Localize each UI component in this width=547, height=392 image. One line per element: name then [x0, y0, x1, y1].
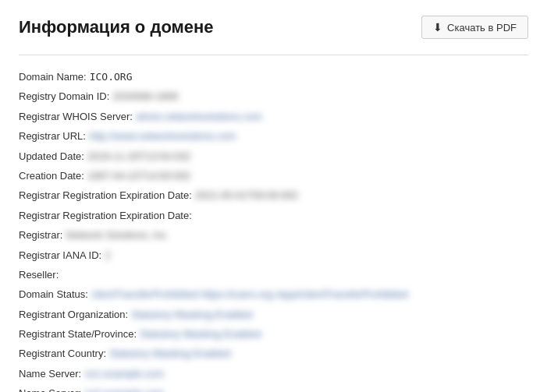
whois-value: 2034566-1808: [112, 87, 178, 105]
whois-row: Updated Date: 2019-11-20T13:54:032: [19, 147, 528, 165]
page-title: Информация о домене: [19, 17, 214, 37]
whois-value: http://www.networksolutions.com: [89, 127, 236, 145]
whois-label: Registrar Registration Expiration Date:: [19, 186, 192, 204]
whois-value: ns1.example.com: [84, 365, 164, 383]
download-pdf-button[interactable]: ⬇ Скачать в PDF: [421, 16, 528, 39]
whois-value: 2019-11-20T13:54:032: [87, 147, 190, 165]
whois-row: Domain Status: clientTransferProhibited …: [19, 285, 528, 303]
whois-row: Name Server: ns1.example.com: [19, 365, 528, 383]
whois-row: Registrant Organization: Statutory Maski…: [19, 305, 528, 323]
whois-row: Registrar: Network Solutions, Inc: [19, 226, 528, 244]
whois-row: Registrar URL: http://www.networksolutio…: [19, 127, 528, 145]
whois-value: 1997-04-22T14:00:002: [87, 167, 190, 185]
whois-value: Statutory Masking Enabled: [109, 344, 230, 362]
whois-row: Registrar Registration Expiration Date:: [19, 207, 528, 224]
whois-row: Registry Domain ID: 2034566-1808: [19, 87, 528, 105]
whois-value: ns2.example.com: [84, 384, 164, 392]
whois-label: Registrant Organization:: [19, 305, 128, 323]
whois-row: Registrar Registration Expiration Date: …: [19, 186, 528, 204]
whois-row: Registrar IANA ID: 2: [19, 246, 528, 264]
whois-label: Registrar URL:: [19, 127, 86, 145]
whois-row: Registrar WHOIS Server: whois.networksol…: [19, 108, 528, 125]
whois-row: Registrant Country: Statutory Masking En…: [19, 344, 528, 362]
whois-value: Statutory Masking Enabled: [140, 325, 261, 343]
whois-label: Registrant State/Province:: [19, 325, 137, 343]
whois-row: Creation Date: 1997-04-22T14:00:002: [19, 167, 528, 185]
whois-label: Reseller:: [19, 266, 59, 284]
whois-label: Name Server:: [19, 384, 81, 392]
whois-label: Registrant Country:: [19, 344, 106, 362]
whois-label: Creation Date:: [19, 167, 84, 185]
whois-value: ICO.ORG: [90, 68, 133, 86]
whois-value: Statutory Masking Enabled: [131, 305, 252, 323]
header-divider: [19, 55, 528, 55]
whois-label: Updated Date:: [19, 147, 84, 165]
whois-label: Registry Domain ID:: [19, 87, 109, 105]
whois-row: Domain Name: ICO.ORG: [19, 68, 528, 86]
whois-row: Reseller:: [19, 266, 528, 284]
whois-label: Registrar IANA ID:: [19, 246, 101, 264]
whois-label: Domain Name:: [19, 68, 87, 86]
whois-row: Name Server: ns2.example.com: [19, 384, 528, 392]
whois-label: Name Server:: [19, 365, 81, 383]
download-icon: ⬇: [433, 21, 442, 34]
download-btn-label: Скачать в PDF: [447, 22, 517, 34]
page-header: Информация о домене ⬇ Скачать в PDF: [19, 16, 528, 39]
whois-row: Registrant State/Province: Statutory Mas…: [19, 325, 528, 343]
whois-label: Registrar:: [19, 226, 62, 244]
whois-label: Domain Status:: [19, 285, 88, 303]
whois-value: clientTransferProhibited https://icann.o…: [91, 285, 408, 303]
whois-value: 2: [105, 246, 110, 264]
whois-value: Network Solutions, Inc: [66, 226, 166, 244]
whois-info: Domain Name: ICO.ORGRegistry Domain ID: …: [19, 68, 528, 392]
whois-label: Registrar WHOIS Server:: [19, 108, 133, 125]
whois-value: whois.networksolutions.com: [136, 108, 262, 125]
whois-value: 2021-05-01T00:00:002: [195, 186, 298, 204]
whois-label: Registrar Registration Expiration Date:: [19, 207, 192, 224]
